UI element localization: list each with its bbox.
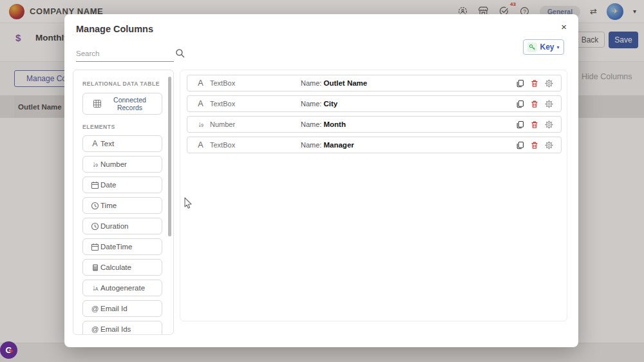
element-item-label: Number (100, 160, 127, 168)
element-item-datetime[interactable]: DateTime (82, 238, 162, 255)
copy-icon[interactable] (516, 141, 524, 149)
calendar-icon (90, 181, 100, 189)
chat-widget-button[interactable]: G (0, 341, 17, 359)
element-item-label: Calculate (100, 263, 131, 271)
clock-icon (90, 202, 100, 210)
copy-icon[interactable] (516, 79, 524, 88)
field-name: Name: Outlet Name (301, 79, 367, 87)
sort-numeric-icon: ↓9 (195, 120, 206, 129)
delete-icon[interactable] (531, 141, 538, 149)
field-name: Name: Manager (301, 141, 354, 149)
text-icon: A (90, 139, 100, 148)
element-item-email-id[interactable]: @Email Id (82, 300, 162, 317)
section-elements: ELEMENTS (82, 124, 164, 130)
gear-icon[interactable] (545, 120, 553, 129)
element-item-email-ids[interactable]: @Email Ids (82, 321, 162, 335)
key-button-label: Key (540, 43, 554, 52)
element-item-label: DateTime (100, 243, 132, 251)
field-row: ATextBoxName: Manager (187, 137, 562, 153)
text-icon: A (195, 79, 206, 88)
element-item-label: Email Id (100, 305, 128, 312)
gear-icon[interactable] (545, 79, 553, 88)
gear-icon[interactable] (545, 141, 553, 149)
field-type-label: TextBox (210, 141, 235, 149)
search-input[interactable] (76, 50, 175, 57)
sidebar-scrollbar[interactable] (168, 77, 171, 236)
elements-list: AText↓9NumberDateTimeDurationDateTimeCal… (82, 135, 164, 335)
text-icon: A (195, 140, 206, 149)
search-icon (175, 48, 185, 58)
modal-title: Manage Columns (76, 24, 153, 34)
delete-icon[interactable] (531, 79, 538, 88)
calendar-icon (90, 243, 100, 251)
copy-icon[interactable] (516, 100, 524, 108)
field-type-label: TextBox (210, 79, 235, 87)
calculator-icon (90, 263, 100, 272)
field-name: Name: City (301, 100, 337, 108)
connected-records-button[interactable]: Connected Records (82, 93, 162, 115)
field-type-label: TextBox (210, 100, 235, 108)
manage-columns-modal: Manage Columns × Key ▾ RELATIONAL DATA T… (64, 14, 578, 347)
element-item-number[interactable]: ↓9Number (82, 156, 162, 173)
grid-icon (92, 99, 103, 108)
element-item-label: Email Ids (100, 325, 131, 333)
element-item-label: Text (100, 140, 114, 148)
field-row: ATextBoxName: City (187, 95, 562, 112)
autogenerate-icon: ↓A (90, 283, 100, 292)
element-item-date[interactable]: Date (82, 176, 162, 193)
element-item-label: Date (100, 181, 116, 189)
element-item-label: Time (100, 202, 117, 209)
key-icon (527, 43, 537, 52)
connected-records-label: Connected Records (107, 96, 153, 111)
key-caret-icon: ▾ (557, 44, 560, 50)
element-item-label: Duration (100, 222, 128, 230)
element-item-autogenerate[interactable]: ↓AAutogenerate (82, 280, 162, 296)
clock-icon (90, 222, 100, 231)
field-name: Name: Month (301, 120, 346, 128)
search-field-wrap (76, 45, 174, 62)
section-relational-data-table: RELATIONAL DATA TABLE (82, 81, 164, 87)
at-icon: @ (90, 325, 100, 333)
copy-icon[interactable] (516, 120, 524, 129)
field-row: ↓9NumberName: Month (187, 116, 562, 133)
gear-icon[interactable] (545, 100, 553, 108)
at-icon: @ (90, 305, 100, 312)
mouse-cursor (184, 197, 193, 212)
element-item-calculate[interactable]: Calculate (82, 259, 162, 276)
text-icon: A (195, 99, 206, 108)
key-button[interactable]: Key ▾ (523, 39, 564, 55)
field-row: ATextBoxName: Outlet Name (187, 75, 562, 91)
chat-widget-accent (10, 349, 14, 353)
element-item-label: Autogenerate (100, 284, 145, 292)
field-type-label: Number (210, 120, 235, 128)
close-icon[interactable]: × (561, 22, 567, 32)
elements-sidebar: RELATIONAL DATA TABLE Connected Records … (73, 70, 174, 335)
element-item-text[interactable]: AText (82, 135, 162, 152)
element-item-duration[interactable]: Duration (82, 218, 162, 234)
element-item-time[interactable]: Time (82, 197, 162, 214)
delete-icon[interactable] (531, 100, 538, 108)
sort-numeric-icon: ↓9 (90, 160, 100, 169)
delete-icon[interactable] (531, 120, 538, 129)
columns-list-panel: ATextBoxName: Outlet NameATextBoxName: C… (180, 70, 567, 321)
